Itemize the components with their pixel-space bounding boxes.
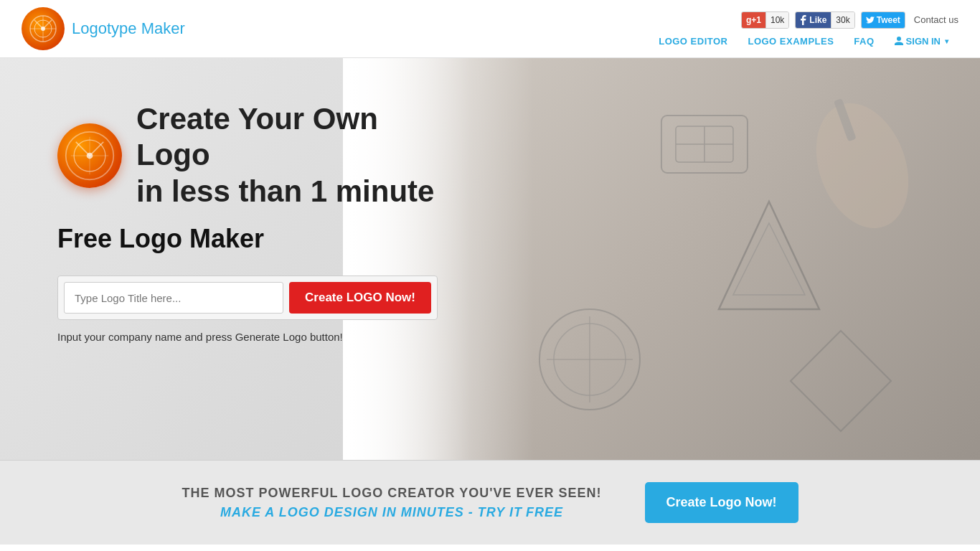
hero-section: Create Your Own Logo in less than 1 minu… [0,58,980,460]
hero-hint-text: Input your company name and press Genera… [57,331,445,343]
twitter-icon: Tweet [862,12,905,28]
hero-brand-icon [57,123,122,188]
svg-point-4 [41,27,45,31]
header: Logotype Maker g+1 10k Like 30 [0,0,980,58]
svg-point-13 [87,152,93,159]
fb-count: 30k [831,12,854,28]
nav-logo-editor[interactable]: LOGO EDITOR [649,36,738,47]
hero-title-row: Create Your Own Logo in less than 1 minu… [57,101,445,209]
banner-section: THE MOST POWERFUL LOGO CREATOR YOU'VE EV… [0,460,980,545]
banner-free-label: FREE [526,505,563,519]
nav-faq[interactable]: FAQ [844,36,884,47]
gplus-button[interactable]: g+1 10k [741,11,789,29]
logo-title-input[interactable] [64,282,283,314]
bottom-section: Logotype Maker is a simple and powerful … [0,545,980,551]
banner-cta-button[interactable]: Create Logo Now! [645,482,798,523]
gplus-icon: g+1 [742,12,765,28]
contact-link[interactable]: Contact us [914,14,958,25]
hero-subheading: Free Logo Maker [57,224,445,254]
nav-sign-in[interactable]: SIGN IN ▾ [885,36,958,47]
chevron-down-icon: ▾ [945,37,948,45]
brand-name: Logotype Maker [72,19,185,38]
social-buttons: g+1 10k Like 30k Tweet [741,11,905,29]
banner-main-text: THE MOST POWERFUL LOGO CREATOR YOU'VE EV… [182,486,601,501]
logo-input-container: Create LOGO Now! [57,276,438,320]
banner-text-block: THE MOST POWERFUL LOGO CREATOR YOU'VE EV… [182,486,601,520]
facebook-button[interactable]: Like 30k [795,11,854,29]
user-icon [895,36,903,46]
banner-sub-text: MAKE A LOGO DESIGN IN MINUTES - TRY IT F… [182,505,601,520]
tweet-button[interactable]: Tweet [861,11,905,29]
nav-logo-examples[interactable]: LOGO EXAMPLES [738,36,844,47]
brand-icon [22,7,65,50]
hero-heading: Create Your Own Logo in less than 1 minu… [136,101,445,209]
hero-content: Create Your Own Logo in less than 1 minu… [0,58,502,386]
gplus-count: 10k [765,12,788,28]
create-logo-button[interactable]: Create LOGO Now! [289,282,431,314]
brand-logo[interactable]: Logotype Maker [22,7,185,50]
facebook-icon: Like [796,12,831,28]
